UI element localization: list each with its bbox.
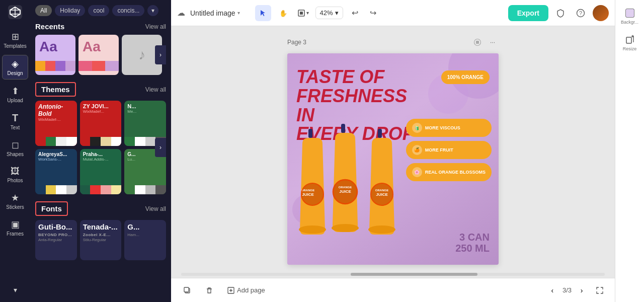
sidebar-item-photos[interactable]: 🖼 Photos	[2, 163, 28, 186]
svg-text:JUICE: JUICE	[376, 192, 388, 197]
filter-holiday[interactable]: Holiday	[55, 5, 85, 16]
undo-btn[interactable]: ↩	[347, 5, 363, 21]
recents-view-all[interactable]: View all	[145, 23, 166, 30]
hand-tool-btn[interactable]: ✋	[275, 5, 291, 21]
font-card-0[interactable]: Guti-Bo... BEYOND PRO... Anta-Regular	[35, 220, 77, 260]
canvas-scrollbar[interactable]	[181, 273, 605, 276]
svg-rect-8	[308, 129, 312, 138]
export-button[interactable]: Export	[508, 5, 548, 21]
theme-card-4[interactable]: Praha-... Mulat.Addis-...	[80, 149, 122, 194]
next-page-btn[interactable]: ›	[575, 283, 589, 297]
frame-tool-btn[interactable]: ▾	[295, 5, 311, 21]
fonts-grid: Guti-Bo... BEYOND PRO... Anta-Regular Te…	[35, 220, 166, 260]
themes-grid: Antonio-Bold WixMadef-... ZY JOVI... Wix…	[35, 101, 166, 194]
svg-point-15	[332, 224, 359, 232]
svg-text:ORANGE: ORANGE	[375, 189, 388, 192]
zoom-control[interactable]: 42% ▾	[315, 7, 343, 19]
svg-rect-3	[300, 12, 303, 15]
sidebar-item-frames[interactable]: ▣ Frames	[2, 216, 28, 240]
filter-tags-row: All Holiday cool concis... ▾	[35, 5, 166, 16]
sidebar-item-design[interactable]: ◈ Design	[2, 55, 28, 80]
redo-btn[interactable]: ↪	[365, 5, 381, 21]
svg-rect-31	[626, 37, 631, 43]
resize-btn[interactable]: Resize	[618, 32, 642, 54]
main-area: ☁ Untitled image ▾ ✋ ▾	[171, 0, 615, 302]
select-tool-btn[interactable]	[255, 5, 271, 21]
expand-icon: ▾	[14, 286, 17, 294]
page-settings-btn[interactable]	[471, 36, 484, 48]
page-label-bar: Page 3 ···	[287, 36, 499, 48]
document-title[interactable]: Untitled image ▾	[190, 9, 240, 17]
sidebar-expand-btn[interactable]: ▾	[2, 283, 28, 297]
theme-card-1[interactable]: ZY JOVI... WixMadef...	[80, 101, 122, 146]
design-panel: All Holiday cool concis... ▾ Recents Vie…	[30, 0, 171, 302]
filter-concis[interactable]: concis...	[112, 5, 144, 16]
design-canvas: 100% ORANGE TASTE OF FRESHNESS IN EVERY …	[287, 53, 499, 265]
page-navigation: ‹ 3/3 ›	[545, 283, 589, 297]
fullscreen-btn[interactable]	[593, 283, 607, 297]
file-cloud-icon: ☁	[177, 8, 185, 18]
fonts-view-all[interactable]: View all	[145, 205, 166, 212]
sidebar-item-text[interactable]: T Text	[2, 109, 28, 133]
shield-icon-btn[interactable]	[552, 5, 569, 21]
topbar-right: Export ?	[508, 5, 609, 21]
canvas-scrollbar-thumb	[351, 273, 478, 276]
filter-more-dropdown[interactable]: ▾	[147, 5, 158, 16]
theme-card-0[interactable]: Antonio-Bold WixMadef-...	[35, 101, 77, 146]
features-area: 🧃 MORE VISCOUS 🍊 MORE FRUIT 🌸 REAL ORANG…	[406, 119, 492, 181]
svg-rect-20	[378, 129, 382, 138]
fonts-header: Fonts View all	[35, 201, 166, 216]
sidebar-item-upload[interactable]: ⬆ Upload	[2, 83, 28, 106]
svg-rect-7	[476, 41, 479, 44]
svg-rect-30	[626, 9, 634, 17]
svg-rect-14	[341, 124, 345, 133]
font-name-1: Tenada-...	[83, 223, 119, 232]
recent-aa2: Aa	[78, 35, 119, 59]
page-more-btn[interactable]: ···	[487, 36, 499, 48]
theme-card-3[interactable]: AlegreyaS... WorkSans-...	[35, 149, 77, 194]
user-avatar[interactable]	[593, 5, 609, 21]
canvas-container: Page 3 ···	[171, 26, 615, 302]
themes-view-all[interactable]: View all	[145, 86, 166, 93]
themes-header: Themes View all	[35, 82, 166, 97]
font-card-1[interactable]: Tenada-... Zoobel X-E... Stilu-Regular	[80, 220, 122, 260]
app-logo[interactable]	[8, 5, 22, 21]
filter-cool[interactable]: cool	[88, 5, 109, 16]
bottom-toolbar: Add page ‹ 3/3 ›	[171, 278, 615, 302]
delete-page-btn[interactable]	[201, 284, 217, 297]
recent-card-0[interactable]: Aa	[35, 35, 75, 75]
sidebar-item-stickers[interactable]: ★ Stickers	[2, 189, 28, 213]
prev-page-btn[interactable]: ‹	[545, 283, 559, 297]
volume-text: 3 CAN 250 ML	[455, 232, 490, 254]
title-chevron-icon: ▾	[237, 10, 240, 16]
help-icon-btn[interactable]: ?	[573, 5, 589, 21]
bottom-right-area: ‹ 3/3 ›	[545, 283, 607, 297]
canvas-scroll[interactable]: Page 3 ···	[171, 26, 615, 273]
recents-next-arrow[interactable]: ›	[155, 45, 166, 64]
copy-page-btn[interactable]	[179, 284, 195, 297]
background-btn[interactable]: Backgr...	[618, 5, 642, 28]
svg-text:JUICE: JUICE	[339, 189, 351, 194]
font-sub2-0: Anta-Regular	[38, 238, 74, 242]
feature-btn-1: 🍊 MORE FRUIT	[406, 141, 492, 159]
sidebar-icons-panel: ⊞ Templates ◈ Design ⬆ Upload T Text ◻ S…	[0, 0, 30, 302]
page-actions: ···	[471, 36, 499, 48]
font-sub2-1: Stilu-Regular	[83, 238, 119, 242]
font-card-2[interactable]: G... Ham...	[124, 220, 166, 260]
recents-grid: Aa Aa ♪ ›	[35, 35, 166, 75]
sidebar-item-templates[interactable]: ⊞ Templates	[2, 28, 28, 52]
recent-colors-1	[35, 61, 75, 71]
font-sub2-2: Ham...	[127, 233, 163, 237]
font-sub1-0: BEYOND PRO...	[38, 233, 74, 237]
add-page-btn[interactable]: Add page	[223, 284, 269, 296]
themes-next-arrow[interactable]: ›	[155, 138, 166, 157]
recent-card-1[interactable]: Aa	[78, 35, 119, 75]
page-label: Page 3	[287, 39, 306, 46]
filter-all[interactable]: All	[35, 5, 52, 16]
font-sub1-1: Zoobel X-E...	[83, 233, 119, 237]
sidebar-item-shapes[interactable]: ◻ Shapes	[2, 136, 28, 160]
resize-icon	[625, 35, 635, 45]
svg-point-9	[299, 225, 326, 234]
photos-icon: 🖼	[11, 166, 20, 177]
text-icon: T	[12, 112, 18, 124]
